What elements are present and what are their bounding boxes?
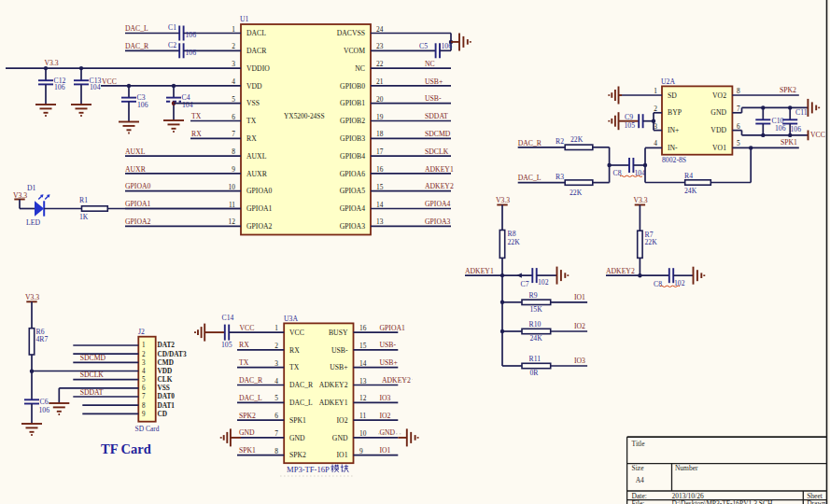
svg-text:SDDAT: SDDAT	[80, 388, 104, 397]
svg-text:DAC_L: DAC_L	[518, 174, 542, 182]
svg-text:GPIOA3: GPIOA3	[340, 222, 365, 231]
svg-text:8: 8	[142, 402, 146, 410]
svg-text:106: 106	[54, 83, 65, 91]
svg-text:7: 7	[737, 105, 740, 113]
svg-text:4: 4	[274, 377, 278, 385]
svg-text:7: 7	[274, 429, 278, 438]
svg-text:106: 106	[442, 42, 453, 50]
svg-text:C5: C5	[419, 42, 428, 50]
svg-text:4R7: 4R7	[36, 335, 49, 343]
svg-text:3: 3	[232, 60, 235, 68]
svg-text:106: 106	[137, 101, 148, 109]
svg-text:15K: 15K	[530, 305, 543, 314]
svg-text:V3.3: V3.3	[496, 196, 510, 204]
svg-text:DAC_R: DAC_R	[518, 139, 542, 147]
svg-text:File:: File:	[632, 499, 645, 504]
svg-text:RX: RX	[191, 130, 202, 138]
svg-text:23: 23	[376, 42, 384, 50]
svg-text:CD/DAT3: CD/DAT3	[158, 350, 187, 358]
svg-text:GPIOA0: GPIOA0	[246, 187, 272, 195]
svg-text:IO3: IO3	[380, 394, 391, 402]
svg-text:AUXR: AUXR	[125, 165, 147, 174]
svg-text:8002-8S: 8002-8S	[662, 156, 686, 164]
svg-text:8: 8	[274, 447, 278, 455]
svg-text:13: 13	[376, 217, 384, 226]
svg-text:106: 106	[791, 125, 802, 133]
svg-text:SPK1: SPK1	[781, 138, 797, 147]
svg-text:IO2: IO2	[574, 322, 585, 330]
svg-text:TX: TX	[289, 363, 300, 371]
svg-text:SPK2: SPK2	[780, 86, 796, 94]
svg-text:C14: C14	[222, 314, 234, 322]
svg-text:4: 4	[654, 139, 657, 147]
svg-text:GPIOA1: GPIOA1	[125, 200, 150, 208]
svg-text:RX: RX	[289, 346, 300, 355]
svg-text:15: 15	[359, 342, 367, 350]
svg-text:NC: NC	[425, 60, 435, 68]
svg-text:8: 8	[737, 87, 740, 95]
svg-text:4: 4	[142, 368, 146, 375]
svg-text:R1: R1	[79, 196, 88, 204]
svg-text:22K: 22K	[570, 135, 584, 144]
svg-text:DAC_R: DAC_R	[239, 376, 263, 385]
svg-text:2: 2	[654, 105, 657, 113]
svg-text:106: 106	[186, 49, 197, 57]
svg-text:V3.3: V3.3	[634, 196, 648, 204]
svg-text:ADKEY1: ADKEY1	[425, 165, 454, 174]
svg-text:3: 3	[654, 122, 657, 131]
svg-text:NC: NC	[355, 64, 365, 73]
svg-text:DAT1: DAT1	[158, 401, 176, 410]
svg-text:GPIOA2: GPIOA2	[125, 217, 150, 226]
svg-text:GPIOB1: GPIOB1	[340, 99, 365, 107]
svg-text:Number: Number	[675, 464, 698, 472]
svg-text:4: 4	[232, 77, 235, 86]
svg-text:USB-: USB-	[380, 341, 397, 349]
svg-text:18: 18	[376, 130, 384, 138]
svg-text:DACVSS: DACVSS	[337, 29, 365, 37]
svg-text:CD: CD	[158, 410, 168, 418]
svg-text:USB-: USB-	[425, 94, 442, 103]
svg-text:GPIOB3: GPIOB3	[340, 134, 365, 143]
svg-text:C11: C11	[795, 108, 808, 117]
svg-text:GPIOA0: GPIOA0	[125, 182, 150, 190]
svg-text:V3.3: V3.3	[25, 293, 39, 301]
svg-text:IO1: IO1	[337, 451, 348, 459]
svg-text:VSS: VSS	[246, 99, 260, 107]
svg-text:SDCMD: SDCMD	[425, 130, 451, 138]
svg-text:TX: TX	[246, 117, 257, 125]
svg-text:A4: A4	[636, 476, 644, 484]
svg-text:VDDIO: VDDIO	[246, 64, 270, 73]
svg-text:24K: 24K	[684, 187, 697, 195]
svg-text:J2: J2	[138, 328, 145, 336]
svg-text:GND: GND	[239, 428, 255, 437]
svg-text:SPK1: SPK1	[239, 446, 256, 455]
svg-text:2: 2	[142, 351, 146, 358]
svg-text:10: 10	[229, 183, 236, 191]
svg-text:2: 2	[232, 42, 235, 50]
svg-text:13: 13	[359, 377, 367, 385]
svg-text:106: 106	[186, 31, 197, 39]
svg-text:U2A: U2A	[661, 77, 675, 86]
svg-text:VCC: VCC	[102, 77, 117, 86]
svg-text:22K: 22K	[570, 189, 583, 197]
svg-text:7: 7	[142, 393, 146, 400]
svg-text:1: 1	[654, 87, 657, 95]
svg-text:C2: C2	[168, 41, 176, 49]
svg-text:R3: R3	[556, 173, 564, 181]
svg-text:SDDAT: SDDAT	[425, 112, 448, 120]
svg-text:19: 19	[376, 113, 384, 121]
svg-text:GPIOA4: GPIOA4	[425, 200, 450, 208]
svg-text:GPIOB0: GPIOB0	[340, 82, 365, 91]
svg-text:6: 6	[737, 122, 740, 131]
svg-text:ADKEY1: ADKEY1	[465, 267, 494, 275]
svg-text:DAT0: DAT0	[158, 392, 176, 400]
svg-text:102: 102	[674, 279, 685, 287]
svg-text:ADKEY2: ADKEY2	[382, 376, 411, 385]
svg-text:24K: 24K	[530, 334, 543, 343]
svg-text:GND: GND	[710, 108, 726, 117]
svg-text:11: 11	[229, 201, 235, 209]
svg-text:IN-: IN-	[668, 144, 678, 152]
svg-text:SDCLK: SDCLK	[425, 147, 449, 156]
svg-text:AUXL: AUXL	[125, 147, 146, 156]
svg-text:1: 1	[274, 324, 278, 332]
